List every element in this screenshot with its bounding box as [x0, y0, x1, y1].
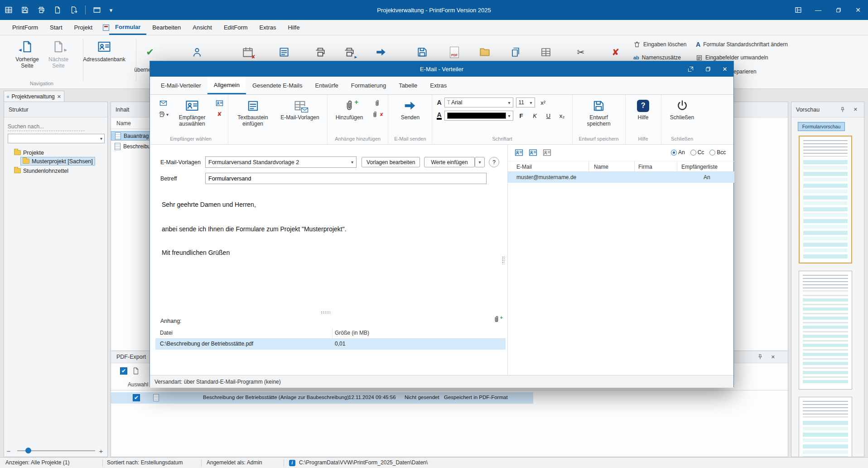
recipient-person-icon[interactable]	[191, 46, 203, 58]
pdf-export-row[interactable]: ✔ Beschreibung der Betriebsstätte (Anlag…	[111, 392, 533, 404]
font-family-combo[interactable]: T Arial ▾	[444, 98, 513, 107]
italic-button[interactable]: K	[530, 111, 540, 121]
save-draft-button[interactable]: Entwurf speichern	[579, 98, 619, 128]
row-checkbox[interactable]: ✔	[133, 394, 140, 401]
radio-an[interactable]: An	[671, 149, 685, 156]
tree-item-stundenlohnzettel[interactable]: Stundenlohnzettel	[14, 166, 68, 175]
cut-scissors-icon[interactable]: ✂	[574, 46, 587, 58]
panel-close-icon[interactable]: ✕	[771, 354, 775, 360]
vorlagen-combo[interactable]: Formularversand Standardvorlage 2 ▾	[205, 156, 357, 168]
dialog-restore-button[interactable]	[703, 64, 713, 74]
zoom-slider-thumb[interactable]	[25, 448, 31, 453]
subscript-button[interactable]: x₂	[557, 111, 568, 121]
betreff-input[interactable]	[205, 173, 487, 184]
menu-hilfe[interactable]: Hilfe	[282, 20, 305, 35]
next-page-button[interactable]: ▸ Nächste Seite	[43, 40, 73, 69]
menu-editform[interactable]: EditForm	[218, 20, 254, 35]
print-email-icon[interactable]: ▾	[158, 111, 169, 118]
tree-item-musterprojekt[interactable]: Musterprojekt [Sachsen]	[20, 157, 95, 166]
delete-cross-icon[interactable]: ✘	[609, 46, 622, 58]
tree-item-projekte[interactable]: Projekte	[14, 148, 44, 157]
page-thumbnail-2[interactable]	[799, 271, 852, 390]
tab-entwuerfe[interactable]: Entwürfe	[309, 77, 345, 94]
superscript-button[interactable]: x²	[538, 98, 549, 107]
insert-textblock-button[interactable]: Textbaustein einfügen	[233, 98, 273, 128]
dialog-close-button[interactable]: ✕	[720, 64, 730, 74]
change-default-font-button[interactable]: A Formular Standardschriftart ändern	[696, 40, 788, 49]
menu-bearbeiten[interactable]: Bearbeiten	[146, 20, 187, 35]
recipient-row[interactable]: muster@mustername.de An	[508, 172, 734, 183]
search-input[interactable]	[8, 122, 85, 131]
tab-close-icon[interactable]: ✕	[57, 94, 61, 100]
edit-templates-button[interactable]: Vorlagen bearbeiten	[362, 157, 420, 167]
font-size-combo[interactable]: 11 ▾	[516, 98, 535, 107]
print-form-icon[interactable]	[314, 46, 327, 58]
dialog-titlebar[interactable]: E-Mail - Verteiler ✕	[150, 61, 733, 77]
add-contact-icon[interactable]	[216, 99, 223, 107]
copy-icon[interactable]	[509, 46, 522, 58]
font-color-combo[interactable]: ▾	[444, 111, 513, 121]
zoom-in-button[interactable]: +	[97, 446, 105, 455]
page-thumbnail-3[interactable]	[799, 397, 852, 457]
pin-icon[interactable]	[757, 354, 763, 360]
structure-filter-combo[interactable]: ▾	[8, 134, 105, 143]
page-thumbnail-1[interactable]	[799, 136, 852, 263]
save-form-icon[interactable]	[416, 46, 429, 58]
bold-button[interactable]: F	[516, 111, 527, 121]
contact-table-icon[interactable]	[515, 148, 523, 157]
email-templates-button[interactable]: E-Mail-Vorlagen	[277, 98, 323, 122]
menu-extras[interactable]: Extras	[254, 20, 282, 35]
new-email-icon[interactable]	[159, 99, 167, 107]
radio-cc[interactable]: Cc	[690, 149, 704, 156]
message-body[interactable]: Sehr geehrte Damen und Herren, anbei sen…	[155, 189, 506, 312]
paste-grid-icon[interactable]	[540, 46, 552, 58]
menu-formular[interactable]: Formular	[109, 20, 146, 35]
add-attachment-icon[interactable]: +	[492, 315, 501, 323]
contact-import-icon[interactable]	[543, 148, 551, 157]
menu-ansicht[interactable]: Ansicht	[187, 20, 218, 35]
underline-button[interactable]: U	[543, 111, 554, 121]
address-database-button[interactable]: Adressdatenbank	[79, 40, 130, 63]
remove-attachment-icon[interactable]: ✘	[371, 111, 383, 118]
tab-formatierung[interactable]: Formatierung	[345, 77, 392, 94]
radio-bcc[interactable]: Bcc	[709, 149, 726, 156]
open-folder-icon[interactable]	[478, 46, 491, 58]
minimize-button[interactable]: —	[808, 0, 828, 20]
send-button[interactable]: Senden	[399, 98, 422, 122]
send-arrow-icon[interactable]	[375, 46, 387, 58]
calendar-remove-icon[interactable]: ✘	[241, 46, 254, 58]
help-button[interactable]: ? Hilfe	[635, 98, 651, 122]
menu-projekt[interactable]: Projekt	[68, 20, 98, 35]
tab-projektverwaltung[interactable]: Projektverwaltung ✕	[4, 91, 64, 102]
clear-inputs-button[interactable]: Eingaben löschen	[633, 40, 686, 49]
attachment-row[interactable]: C:\Beschreibung der Betriebsstätte.pdf 0…	[155, 339, 506, 350]
tab-tabelle[interactable]: Tabelle	[392, 77, 424, 94]
select-recipients-button[interactable]: Empfänger auswählen	[173, 98, 211, 128]
tab-email-verteiler[interactable]: E-Mail-Verteiler	[154, 77, 207, 94]
menu-printform[interactable]: PrintForm	[6, 20, 44, 35]
insert-values-button[interactable]: Werte einfügen	[424, 157, 475, 167]
tab-formularvorschau[interactable]: Formularvorschau	[798, 122, 845, 131]
pin-icon[interactable]	[839, 107, 846, 113]
tab-extras[interactable]: Extras	[424, 77, 453, 94]
panel-close-icon[interactable]: ✕	[854, 107, 858, 112]
form-list-icon[interactable]	[278, 46, 290, 58]
menu-start[interactable]: Start	[44, 20, 68, 35]
detach-window-icon[interactable]	[685, 64, 695, 74]
apply-check-icon[interactable]: ✔	[144, 46, 156, 58]
tab-allgemein[interactable]: Allgemein	[207, 77, 246, 94]
print-preview-icon[interactable]: ▸	[343, 46, 356, 58]
previous-page-button[interactable]: ◂ Vorherige Seite	[9, 40, 45, 69]
paperclip-icon[interactable]	[373, 99, 381, 107]
help-round-button[interactable]: ?	[489, 157, 499, 167]
contact-add-icon[interactable]	[529, 148, 537, 157]
add-attachment-button[interactable]: + Hinzufügen	[332, 98, 366, 122]
close-dialog-button[interactable]: Schließen	[668, 98, 696, 122]
layout-panes-icon[interactable]	[788, 0, 808, 20]
resize-handle[interactable]	[502, 256, 505, 264]
restore-button[interactable]	[828, 0, 848, 20]
tab-gesendete-emails[interactable]: Gesendete E-Mails	[246, 77, 309, 94]
insert-values-dropdown[interactable]: ▾	[475, 157, 485, 167]
pdf-export-icon[interactable]: PDF	[448, 46, 461, 58]
zoom-out-button[interactable]: −	[5, 446, 13, 455]
